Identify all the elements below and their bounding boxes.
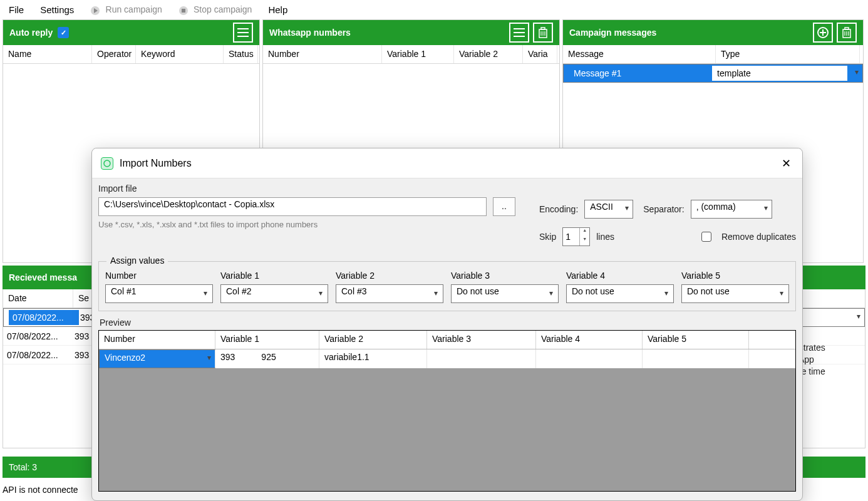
spinner-down-icon[interactable]: ▼ — [580, 237, 589, 245]
browse-button[interactable]: .. — [493, 197, 515, 216]
menubar: File Settings Run campaign Stop campaign… — [0, 0, 868, 19]
assign-label-v1: Variable 1 — [220, 271, 328, 281]
received-title: Recieved messa — [9, 272, 77, 282]
col-variable-1[interactable]: Variable 1 — [382, 45, 454, 63]
preview-row[interactable]: Vincenzo2 393925 variabile1.1 — [99, 349, 795, 368]
menu-settings[interactable]: Settings — [36, 2, 78, 18]
menu-stop-label: Stop campaign — [194, 4, 252, 14]
col-operator[interactable]: Operator — [92, 45, 136, 63]
svg-point-23 — [104, 160, 110, 167]
encoding-label: Encoding: — [539, 204, 578, 214]
assign-label-v2: Variable 2 — [336, 271, 443, 281]
assign-values-fieldset: Assign values NumberCol #1 Variable 1Col… — [98, 261, 796, 311]
panel-whatsapp-title: Whatsapp numbers — [269, 28, 351, 38]
assign-values-legend: Assign values — [106, 256, 168, 266]
panel-auto-reply-header: Auto reply ✓ — [3, 20, 259, 45]
preview-v1-prefix: 393 — [220, 352, 235, 362]
assign-select-v1[interactable]: Col #2 — [220, 284, 328, 303]
menu-run-campaign[interactable]: Run campaign — [86, 1, 165, 18]
skip-value-input[interactable] — [563, 228, 579, 245]
col-keyword[interactable]: Keyword — [136, 45, 224, 63]
col-name[interactable]: Name — [3, 45, 92, 63]
preview-cell-v1: 393925 — [215, 349, 319, 368]
svg-rect-19 — [845, 28, 849, 29]
assign-select-v4[interactable]: Do not use — [566, 284, 674, 303]
separator-label: Separator: — [643, 204, 684, 214]
svg-rect-5 — [237, 32, 249, 33]
file-path-input[interactable]: C:\Users\vince\Desktop\contact - Copia.x… — [98, 197, 487, 216]
lines-label: lines — [596, 232, 614, 242]
preview-col-v4[interactable]: Variable 4 — [536, 331, 643, 349]
remove-duplicates-checkbox[interactable] — [701, 232, 711, 242]
menu-file[interactable]: File — [5, 2, 28, 18]
assign-label-v3: Variable 3 — [451, 271, 559, 281]
preview-grid: Number Variable 1 Variable 2 Variable 3 … — [98, 330, 796, 492]
panel-auto-reply-title: Auto reply — [9, 28, 53, 38]
hamburger-icon[interactable] — [509, 23, 529, 43]
close-icon[interactable]: ✕ — [779, 154, 793, 173]
dialog-titlebar: Import Numbers ✕ — [92, 148, 802, 178]
auto-reply-check-icon[interactable]: ✓ — [58, 27, 69, 38]
col-number[interactable]: Number — [263, 45, 382, 63]
assign-select-number[interactable]: Col #1 — [105, 284, 213, 303]
encoding-select[interactable]: ASCII — [584, 200, 633, 219]
assign-select-v2[interactable]: Col #3 — [336, 284, 443, 303]
preview-cell-v3 — [427, 349, 536, 368]
col-type[interactable]: Type — [716, 45, 860, 63]
play-icon — [90, 6, 100, 16]
cell-date: 07/08/2022... — [3, 348, 73, 363]
dialog-title: Import Numbers — [120, 158, 779, 169]
svg-rect-7 — [514, 28, 525, 29]
assign-select-v3[interactable]: Do not use — [451, 284, 559, 303]
preview-col-number[interactable]: Number — [99, 331, 215, 349]
add-icon[interactable] — [813, 23, 833, 43]
preview-col-v1[interactable]: Variable 1 — [215, 331, 319, 349]
col-status[interactable]: Status — [224, 45, 258, 63]
spinner-up-icon[interactable]: ▲ — [580, 228, 589, 237]
preview-col-v5[interactable]: Variable 5 — [643, 331, 749, 349]
status-text: API is not connecte — [3, 485, 78, 495]
preview-col-v2[interactable]: Variable 2 — [319, 331, 427, 349]
redacted-icon — [235, 353, 261, 363]
panel-campaign-header: Campaign messages — [563, 20, 863, 45]
app-logo-icon — [101, 157, 113, 170]
cell-message: Message #1 — [569, 66, 712, 81]
preview-v1-suffix: 925 — [261, 352, 276, 362]
trash-icon[interactable] — [837, 23, 857, 43]
preview-col-v3[interactable]: Variable 3 — [427, 331, 536, 349]
col-message[interactable]: Message — [563, 45, 716, 63]
col-variable-3[interactable]: Varia — [523, 45, 557, 63]
import-numbers-dialog: Import Numbers ✕ Import file C:\Users\vi… — [91, 148, 803, 501]
import-file-label: Import file — [98, 183, 532, 194]
preview-cell-v5 — [643, 349, 749, 368]
svg-rect-8 — [514, 32, 525, 33]
skip-label: Skip — [539, 232, 556, 242]
menu-stop-campaign[interactable]: Stop campaign — [175, 1, 256, 18]
col-variable-2[interactable]: Variable 2 — [454, 45, 523, 63]
menu-run-label: Run campaign — [106, 4, 162, 14]
assign-label-v4: Variable 4 — [566, 271, 674, 281]
whatsapp-columns: Number Variable 1 Variable 2 Varia — [263, 45, 559, 64]
preview-columns: Number Variable 1 Variable 2 Variable 3 … — [99, 331, 795, 349]
preview-cell-number: Vincenzo2 — [99, 349, 215, 368]
trash-icon[interactable] — [533, 23, 553, 43]
assign-label-number: Number — [105, 271, 213, 281]
assign-select-v5[interactable]: Do not use — [681, 284, 789, 303]
menu-help[interactable]: Help — [264, 2, 291, 18]
file-hint: Use *.csv, *.xls, *.xslx and *.txt files… — [98, 220, 532, 229]
totals-label: Total: 3 — [9, 462, 37, 472]
cell-date: 07/08/2022... — [9, 310, 79, 325]
panel-campaign-title: Campaign messages — [569, 28, 656, 38]
svg-rect-3 — [182, 9, 185, 13]
table-row[interactable]: Message #1 template — [563, 64, 863, 83]
svg-rect-11 — [541, 28, 545, 29]
skip-spinner[interactable]: ▲▼ — [562, 227, 590, 246]
panel-whatsapp-header: Whatsapp numbers — [263, 20, 559, 45]
svg-rect-9 — [514, 36, 525, 37]
remove-duplicates-label: Remove duplicates — [721, 232, 796, 242]
hamburger-icon[interactable] — [233, 23, 253, 43]
svg-rect-4 — [237, 28, 249, 29]
separator-select[interactable]: , (comma) — [691, 200, 772, 219]
preview-cell-v2: variabile1.1 — [319, 349, 427, 368]
col-date[interactable]: Date — [3, 289, 73, 307]
